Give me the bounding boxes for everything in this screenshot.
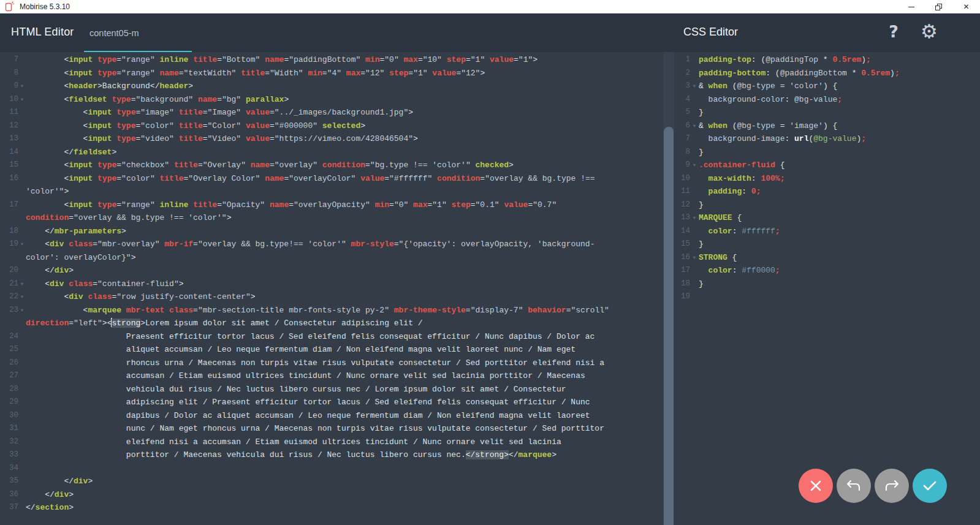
- code-line[interactable]: 19▼ <div class="mbr-overlay" mbr-if="ove…: [0, 238, 663, 251]
- code-line[interactable]: 24 Praesent efficitur tortor lacus / Sed…: [0, 330, 663, 344]
- code-line[interactable]: 7 background-image: url(@bg-value);: [674, 132, 980, 146]
- fold-arrow-icon[interactable]: ▼: [18, 278, 26, 291]
- html-editor-scrollbar[interactable]: [663, 52, 674, 525]
- code-line[interactable]: 20 </div>: [0, 264, 663, 278]
- code-line[interactable]: 11 <input type="image" title="Image" val…: [0, 106, 663, 119]
- code-line[interactable]: 5}: [674, 106, 980, 119]
- code-line[interactable]: 32 eleifend nisi a accumsan / Etiam euis…: [0, 436, 663, 449]
- code-line[interactable]: 4 background-color: @bg-value;: [674, 93, 980, 107]
- code-token: =: [203, 108, 208, 117]
- code-line[interactable]: 27 accumsan / Etiam euismod ultrices tin…: [0, 369, 663, 383]
- code-line[interactable]: 1padding-top: (@paddingTop * 0.5rem);: [674, 53, 980, 67]
- fold-arrow-icon[interactable]: ▼: [690, 211, 699, 225]
- fold-arrow-icon[interactable]: ▼: [690, 159, 699, 172]
- code-token: "1": [432, 200, 446, 210]
- code-line[interactable]: 10 max-width: 100%;: [674, 172, 980, 186]
- fold-arrow-icon[interactable]: ▼: [690, 251, 699, 265]
- code-line[interactable]: 17 color: #ff0000;: [674, 264, 980, 278]
- code-token: >: [69, 503, 74, 512]
- code-line[interactable]: 9▼.container-fluid {: [674, 159, 980, 172]
- code-line[interactable]: 17 <input type="range" inline title="Opa…: [0, 198, 663, 212]
- code-line[interactable]: 26 rhoncus urna / Maecenas non turpis vi…: [0, 357, 663, 370]
- code-line[interactable]: 34: [0, 462, 663, 475]
- code-line[interactable]: 29 adipiscing elit / Praesent efficitur …: [0, 396, 663, 409]
- code-token: type: [112, 95, 131, 104]
- html-code-editor[interactable]: 7 <input type="range" inline title="Bott…: [0, 52, 663, 525]
- code-line[interactable]: 18}: [674, 278, 980, 291]
- code-line[interactable]: 37</section>: [0, 501, 663, 515]
- code-token: color': overlayColor}": [26, 253, 131, 262]
- code-line[interactable]: 13▼MARQUEE {: [674, 211, 980, 225]
- code-line[interactable]: 2padding-bottom: (@paddingBottom * 0.5re…: [674, 67, 980, 80]
- code-line[interactable]: 18 </mbr-parameters>: [0, 225, 663, 238]
- code-token: ;: [861, 134, 866, 143]
- code-token: <: [26, 292, 69, 301]
- confirm-button[interactable]: [913, 469, 947, 503]
- code-text: </div>: [26, 475, 663, 488]
- fold-arrow-icon[interactable]: ▼: [18, 238, 26, 251]
- code-line[interactable]: 14 color: #ffffff;: [674, 225, 980, 238]
- code-line[interactable]: 23▼ <marquee mbr-text class="mbr-section…: [0, 304, 663, 317]
- code-line[interactable]: 15}: [674, 238, 980, 251]
- code-line[interactable]: direction="left"><strong>Lorem ipsum dol…: [0, 317, 663, 330]
- fold-arrow-icon[interactable]: ▼: [18, 304, 26, 317]
- code-token: [121, 306, 126, 315]
- code-text: direction="left"><strong>Lorem ipsum dol…: [26, 317, 663, 330]
- code-line[interactable]: 12}: [674, 198, 980, 212]
- fold-arrow-icon[interactable]: ▼: [18, 93, 26, 107]
- fold-arrow-icon[interactable]: ▼: [18, 80, 26, 93]
- cancel-button[interactable]: [799, 469, 833, 503]
- tab-content05-m[interactable]: content05-m: [84, 25, 192, 52]
- code-line[interactable]: color': overlayColor}">: [0, 251, 663, 265]
- code-line[interactable]: 35 </div>: [0, 475, 663, 488]
- code-token: accumsan / Etiam euismod ultrices tincid…: [26, 371, 585, 380]
- fold-arrow-icon[interactable]: ▼: [690, 119, 699, 133]
- code-line[interactable]: 28 vehicula dui risus / Nec luctus liber…: [0, 383, 663, 396]
- code-line[interactable]: 19: [674, 290, 980, 304]
- code-token: :: [784, 134, 794, 143]
- code-token: {: [727, 253, 737, 262]
- code-line[interactable]: condition="overlay && bg.type !== 'color…: [0, 211, 663, 225]
- fold-arrow-icon[interactable]: ▼: [18, 290, 26, 304]
- code-line[interactable]: 36 </div>: [0, 488, 663, 502]
- code-line[interactable]: 12 <input type="color" title="Color" val…: [0, 119, 663, 133]
- code-token: aliquet accumsan / Leo neque fermentum d…: [26, 345, 575, 354]
- code-token: >: [509, 161, 514, 170]
- undo-button[interactable]: [837, 469, 871, 503]
- code-line[interactable]: 'color'">: [0, 185, 663, 198]
- code-line[interactable]: 6▼& when (@bg-type = 'image') {: [674, 119, 980, 133]
- code-line[interactable]: 8}: [674, 146, 980, 159]
- code-line[interactable]: 15 <input type="checkbox" title="Overlay…: [0, 159, 663, 172]
- help-icon[interactable]: ?: [883, 22, 904, 47]
- code-line[interactable]: 11 padding: 0;: [674, 185, 980, 198]
- code-line[interactable]: 14 </fieldset>: [0, 146, 663, 159]
- code-line[interactable]: 25 aliquet accumsan / Leo neque fermentu…: [0, 343, 663, 357]
- gear-icon[interactable]: ⚙: [917, 20, 941, 47]
- code-line[interactable]: 13 <input type="video" title="Video" val…: [0, 132, 663, 146]
- code-line[interactable]: 31 nunc / Nam eget rhoncus urna / Maecen…: [0, 422, 663, 436]
- line-number: 36: [0, 488, 18, 502]
- code-token: >: [69, 266, 74, 275]
- code-line[interactable]: 33 porttitor / Maecenas vehicula dui ris…: [0, 448, 663, 462]
- code-line[interactable]: 30 dapibus / Dolor ac aliquet accumsan /…: [0, 409, 663, 423]
- redo-button[interactable]: [875, 469, 909, 503]
- code-line[interactable]: 16 <input type="color" title="Overlay Co…: [0, 172, 663, 186]
- code-line[interactable]: 10▼ <fieldset type="background" name="bg…: [0, 93, 663, 107]
- code-line[interactable]: 3▼& when (@bg-type = 'color') {: [674, 80, 980, 93]
- code-token: =: [289, 200, 294, 210]
- code-text: background-image: url(@bg-value);: [699, 132, 980, 146]
- line-number: 13: [0, 132, 18, 146]
- code-line[interactable]: 21▼ <div class="container-fluid">: [0, 278, 663, 291]
- code-line[interactable]: 16▼STRONG {: [674, 251, 980, 265]
- code-line[interactable]: 22▼ <div class="row justify-content-cent…: [0, 290, 663, 304]
- close-button[interactable]: ✕: [952, 0, 980, 13]
- fold-arrow-icon[interactable]: ▼: [690, 80, 699, 93]
- scrollbar-thumb[interactable]: [664, 127, 674, 525]
- maximize-button[interactable]: [925, 0, 952, 13]
- code-line[interactable]: 7 <input type="range" inline title="Bott…: [0, 53, 663, 67]
- css-code-editor[interactable]: 1padding-top: (@paddingTop * 0.5rem);2pa…: [674, 52, 980, 525]
- code-line[interactable]: 8 <input type="range" name="textWidth" t…: [0, 67, 663, 80]
- minimize-button[interactable]: [897, 0, 925, 13]
- code-line[interactable]: 9▼ <header>Background</header>: [0, 80, 663, 93]
- code-text: [699, 290, 980, 304]
